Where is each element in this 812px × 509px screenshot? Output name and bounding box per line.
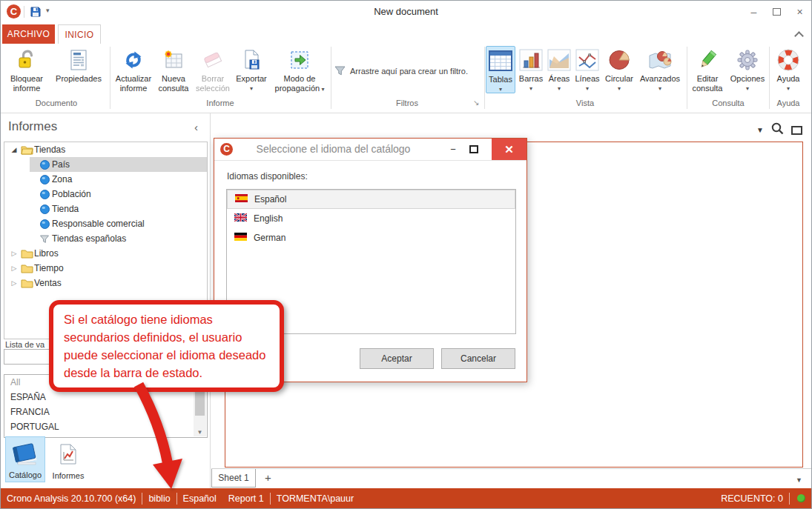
group-separator [769, 47, 770, 109]
status-language[interactable]: Español [177, 493, 222, 504]
editar-consulta-button[interactable]: Editar consulta [689, 46, 726, 93]
list-item-portugal[interactable]: PORTUGAL [4, 419, 207, 434]
dialog-maximize-button[interactable] [464, 139, 483, 160]
avanzados-button[interactable]: Avanzados ▾ [637, 46, 683, 92]
tab-archivo[interactable]: ARCHIVO [2, 24, 55, 44]
dimension-ball-icon [37, 190, 52, 199]
close-button[interactable]: × [788, 1, 811, 23]
uk-flag-icon [234, 213, 247, 224]
language-item-espanol[interactable]: Español [227, 190, 515, 209]
opciones-button[interactable]: Opciones ▾ [727, 46, 768, 92]
area-chart-icon [547, 46, 571, 74]
tab-inicio[interactable]: INICIO [58, 24, 101, 44]
actualizar-informe-button[interactable]: Actualizar informe [113, 46, 154, 93]
zoom-search-icon[interactable] [771, 122, 784, 138]
lifebuoy-icon [777, 46, 799, 74]
pencil-icon [696, 46, 719, 74]
aceptar-button[interactable]: Aceptar [360, 348, 434, 369]
ribbon: Bloquear informe Propiedades Actualizar … [1, 44, 811, 113]
dropdown-caret-icon: ▾ [586, 85, 589, 92]
dialog-close-button[interactable]: ✕ [492, 139, 527, 160]
language-item-german[interactable]: German [227, 228, 515, 247]
dialog-title: Seleccione el idioma del catálogo [214, 143, 452, 155]
language-item-english[interactable]: English [227, 209, 515, 228]
bloquear-informe-button[interactable]: Bloquear informe [5, 46, 48, 93]
maximize-icon [773, 8, 781, 16]
tree-item-poblacion[interactable]: Población [4, 187, 207, 202]
list-item-espana[interactable]: ESPAÑA [4, 390, 207, 405]
maximize-button[interactable] [765, 1, 788, 23]
expander-closed-icon[interactable]: ▷ [9, 279, 19, 287]
status-report[interactable]: Report 1 [222, 493, 270, 504]
tree-item-pais[interactable]: País [4, 157, 207, 172]
group-separator [110, 47, 110, 109]
group-separator [484, 47, 485, 109]
collapse-ribbon-icon[interactable] [794, 31, 804, 41]
languages-label: Idiomas disponibles: [227, 171, 308, 182]
tree-item-zona[interactable]: Zona [4, 172, 207, 187]
dropdown-caret-icon: ▾ [558, 85, 561, 92]
propiedades-button[interactable]: Propiedades [50, 46, 108, 84]
ayuda-button[interactable]: Ayuda ▾ [771, 46, 805, 92]
add-sheet-button[interactable]: + [265, 471, 271, 484]
expander-closed-icon[interactable]: ▷ [9, 250, 19, 257]
sheet-list-dropdown-icon[interactable]: ▼ [796, 476, 802, 484]
dropdown-caret-icon: ▾ [787, 85, 790, 92]
propagation-mode-icon [288, 46, 311, 74]
group-label-informe: Informe [112, 99, 329, 107]
tablas-button[interactable]: Tablas ▾ [486, 46, 515, 93]
export-icon [240, 46, 263, 74]
lineas-button[interactable]: Líneas ▾ [573, 46, 601, 92]
dimension-ball-icon [37, 175, 52, 184]
group-label-vista: Vista [486, 99, 684, 107]
dialog-minimize-button[interactable]: − [443, 139, 463, 160]
nav-catalogo-button[interactable]: Catálogo [5, 436, 45, 482]
status-count: RECUENTO: 0 [715, 493, 789, 504]
tree-item-tiempo[interactable]: ▷ Tiempo [4, 261, 207, 276]
minimize-button[interactable]: – [742, 1, 765, 23]
expander-open-icon[interactable]: ◢ [9, 146, 19, 153]
tree-item-tiendas-espanolas[interactable]: Tiendas españolas [4, 231, 207, 246]
tree-item-responsable-comercial[interactable]: Responsable comercial [4, 216, 207, 231]
annotation-callout: Si el catálogo tiene idiomas secundarios… [49, 300, 284, 392]
modo-label: Modo de propagación [275, 74, 320, 93]
scroll-down-icon[interactable]: ▼ [194, 429, 206, 436]
sidebar-collapse-icon[interactable]: ‹ [194, 121, 198, 133]
dropdown-caret-icon: ▾ [529, 85, 532, 92]
germany-flag-icon [234, 233, 247, 243]
nav-informes-label: Informes [53, 471, 85, 480]
circular-button[interactable]: Circular ▾ [602, 46, 636, 92]
filter-drop-zone[interactable]: Arrastre aquí para crear un filtro. [334, 64, 483, 78]
group-separator [331, 47, 331, 109]
sheet-tab[interactable]: Sheet 1 [211, 469, 256, 488]
dropdown-caret-icon: ▾ [320, 86, 324, 93]
dropdown-caret-icon: ▾ [658, 85, 661, 92]
status-green-indicator-icon [797, 494, 805, 502]
bar-chart-icon [519, 46, 543, 74]
group-label-consulta: Consulta [689, 99, 768, 107]
funnel-icon [334, 64, 346, 78]
sheet-tab-bar: Sheet 1 + ▼ [211, 468, 812, 488]
nueva-consulta-button[interactable]: Nueva consulta [155, 46, 192, 93]
refresh-icon [122, 46, 145, 74]
tree-item-tienda[interactable]: Tienda [4, 202, 207, 216]
nav-informes-button[interactable]: Informes [48, 436, 88, 482]
status-catalog[interactable]: biblio [142, 493, 176, 504]
cancelar-button[interactable]: Cancelar [441, 348, 515, 369]
statusbar: Crono Analysis 20.10.700 (x64) biblio Es… [1, 488, 811, 508]
tree-item-ventas[interactable]: ▷ Ventas [4, 276, 207, 290]
report-chart-icon [57, 436, 79, 471]
dimension-ball-icon [37, 204, 52, 214]
list-item-francia[interactable]: FRANCIA [4, 405, 207, 419]
modo-propagacion-button[interactable]: Modo de propagación ▾ [270, 46, 329, 93]
dropdown-caret-icon: ▾ [618, 85, 621, 92]
view-dropdown-icon[interactable]: ▼ [756, 126, 764, 134]
status-separator [789, 493, 790, 505]
exportar-button[interactable]: Exportar ▾ [234, 46, 269, 92]
fullscreen-icon[interactable] [791, 126, 802, 135]
tree-item-libros[interactable]: ▷ Libros [4, 246, 207, 261]
areas-button[interactable]: Áreas ▾ [546, 46, 572, 92]
barras-button[interactable]: Barras ▾ [517, 46, 545, 92]
expander-closed-icon[interactable]: ▷ [9, 265, 19, 272]
tree-item-tiendas[interactable]: ◢ Tiendas [4, 142, 207, 157]
